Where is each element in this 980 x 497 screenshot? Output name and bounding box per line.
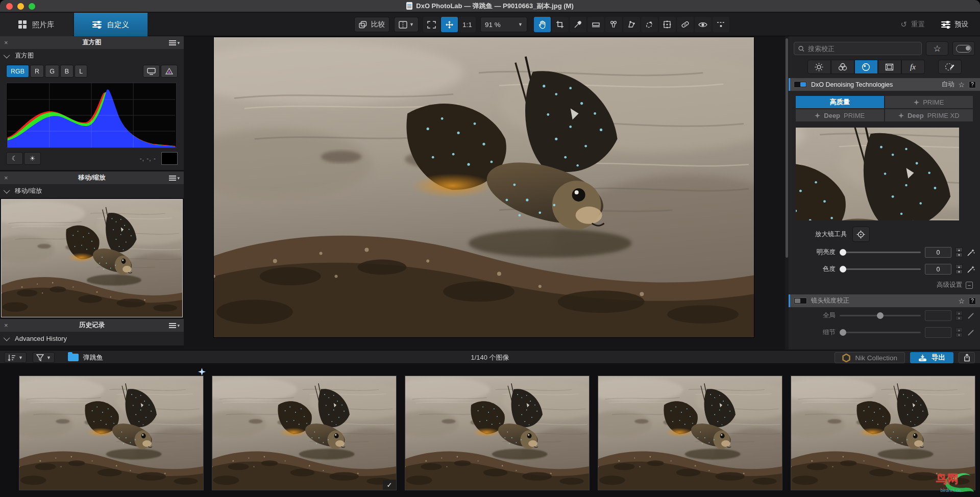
global-value[interactable] [925,310,951,321]
slider-knob[interactable] [840,266,846,272]
nik-collection-button[interactable]: Nik Collection [835,352,905,363]
navigator-thumbnail[interactable] [1,199,183,317]
slider-knob[interactable] [877,312,884,319]
step-up[interactable]: ▲ [955,311,963,315]
filmstrip-thumbnail-3[interactable] [405,376,590,490]
control-line-tool[interactable] [623,17,640,32]
local-adjustments-button[interactable] [938,60,962,74]
step-up[interactable]: ▲ [955,328,963,332]
active-corrections-toggle[interactable] [952,41,975,56]
filmstrip-thumbnail-4[interactable] [598,376,782,490]
step-up[interactable]: ▲ [955,264,963,269]
shadow-clipping-button[interactable]: ☾ [6,152,23,165]
channel-rgb-button[interactable]: RGB [6,65,29,78]
tab-photo-library[interactable]: 照片库 [0,13,73,36]
export-button[interactable]: 导出 [910,352,953,363]
tab-customize[interactable]: 自定义 [74,13,148,36]
magic-wand-icon[interactable] [967,248,975,257]
step-down[interactable]: ▼ [955,316,963,320]
advanced-history-row[interactable]: Advanced History [0,332,184,345]
local-adjust-grid-tool[interactable] [659,17,676,32]
close-window-button[interactable] [6,3,13,10]
channel-b-button[interactable]: B [60,65,74,78]
denoise-enable-toggle[interactable] [794,81,807,88]
luminance-slider[interactable] [840,252,921,253]
step-up[interactable]: ▲ [955,247,963,252]
channel-r-button[interactable]: R [30,65,44,78]
channel-l-button[interactable]: L [75,65,87,78]
slider-knob[interactable] [840,329,846,336]
hand-tool[interactable] [534,17,551,32]
mask-selection-tool[interactable] [713,17,729,32]
chroma-value[interactable]: 0 [925,264,951,275]
crop-tool[interactable] [552,17,569,32]
share-button[interactable] [959,352,975,363]
luminance-value[interactable]: 0 [925,247,951,258]
highlight-clipping-button[interactable]: ☀ [24,152,41,165]
histogram-section-row[interactable]: 直方图 [0,49,184,63]
control-point-tool[interactable] [605,17,622,32]
pan-zoom-button[interactable] [441,17,458,32]
help-icon[interactable]: ? [969,81,976,88]
luminance-stepper[interactable]: ▲▼ [955,247,963,257]
global-slider[interactable] [840,315,921,316]
mode-prime-button[interactable]: PRIME [885,96,973,108]
step-down[interactable]: ▼ [955,253,963,257]
denoise-preview[interactable] [796,128,959,220]
mode-deepprime-xd-button[interactable]: DeepPRIME XD [885,109,973,121]
step-down[interactable]: ▼ [955,333,963,337]
panel-menu-button[interactable]: ▾ [169,176,180,181]
step-down[interactable]: ▼ [955,269,963,274]
one-to-one-button[interactable]: 1:1 [459,17,476,32]
mode-deepprime-button[interactable]: DeepPRIME [796,109,884,121]
filmstrip-thumbnail-1[interactable] [19,376,204,490]
pencil-icon[interactable] [967,312,975,320]
detail-stepper[interactable]: ▲▼ [955,328,963,337]
split-view-button[interactable]: ▼ [394,17,419,32]
magnifier-target-button[interactable] [852,227,870,242]
auto-mask-tool[interactable] [641,17,658,32]
sort-button[interactable]: ▼ [4,352,27,363]
chroma-stepper[interactable]: ▲▼ [955,264,963,274]
mode-hq-button[interactable]: 高质量 [796,96,884,108]
zoom-window-button[interactable] [29,3,35,10]
compare-button[interactable]: 比较 [354,17,389,32]
minimize-window-button[interactable] [17,3,24,10]
star-icon[interactable]: ☆ [958,81,965,89]
horizon-tool[interactable] [587,17,604,32]
main-photo[interactable] [214,37,754,337]
search-input[interactable] [808,45,917,53]
filmstrip-thumbnail-2-selected[interactable]: ✓ [212,376,397,490]
move-zoom-section-row[interactable]: 移动/缩放 [0,184,184,198]
pencil-icon[interactable] [967,329,975,337]
scrollbar-thumb[interactable] [786,38,788,258]
advanced-settings-row[interactable]: 高级设置 − [789,278,980,294]
lens-sharpness-toggle[interactable] [794,297,807,304]
chroma-slider[interactable] [840,268,921,270]
fit-screen-button[interactable] [423,17,440,32]
detail-value[interactable] [925,327,951,338]
panel-menu-button[interactable]: ▾ [169,323,180,328]
channel-g-button[interactable]: G [45,65,59,78]
tab-detail[interactable] [854,60,878,74]
detail-slider[interactable] [840,332,921,333]
filter-button[interactable]: ▼ [33,352,55,363]
tab-light[interactable] [807,60,831,74]
zoom-level-select[interactable]: 91 % ▼ [480,17,527,32]
presets-button[interactable]: 预设 [937,17,973,32]
red-eye-tool[interactable] [695,17,712,32]
star-icon[interactable]: ☆ [958,297,965,305]
panel-menu-button[interactable]: ▾ [169,40,180,45]
slider-knob[interactable] [840,249,846,256]
global-stepper[interactable]: ▲▼ [955,311,963,320]
help-icon[interactable]: ? [969,297,976,305]
color-space-button[interactable] [161,65,178,78]
filmstrip-thumbnail-5[interactable] [791,376,975,490]
tab-color[interactable] [831,60,854,74]
current-folder[interactable]: 弹跳鱼 [68,353,103,362]
canvas-scrollbar[interactable] [785,36,789,350]
image-canvas[interactable] [184,36,785,350]
search-box[interactable] [794,42,922,55]
reset-button[interactable]: ↺ 重置 [896,17,929,32]
favorites-filter-button[interactable]: ☆ [926,41,948,56]
